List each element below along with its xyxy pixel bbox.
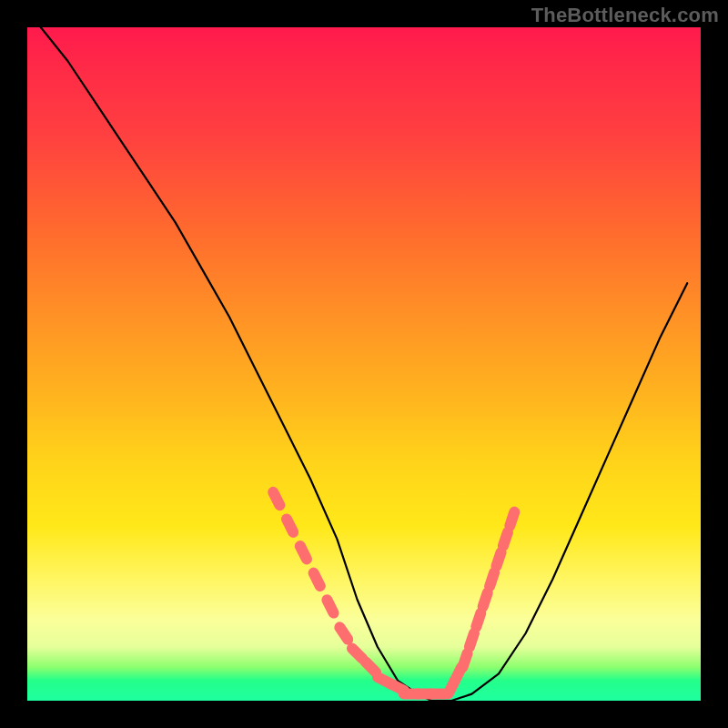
overlay-dot [462, 653, 467, 667]
overlay-dot [300, 546, 307, 559]
overlay-dot [327, 600, 333, 612]
overlay-dot [503, 532, 508, 546]
overlay-dot [378, 677, 390, 683]
overlay-dot [483, 592, 488, 606]
overlay-dot [314, 573, 320, 586]
plot-area [27, 27, 701, 701]
overlay-dot [496, 552, 500, 566]
overlay-dot [391, 684, 404, 691]
overlay-dot [339, 627, 348, 639]
overlay-dot [470, 633, 474, 647]
overlay-dot [273, 492, 279, 505]
overlay-dot [476, 613, 480, 627]
curve-path [41, 27, 687, 701]
overlay-dot [449, 681, 455, 693]
overlay-dot [287, 519, 293, 531]
overlay-dot [352, 649, 362, 659]
chart-frame: TheBottleneck.com [0, 0, 728, 728]
overlay-dot [510, 512, 514, 526]
overlay-dot [490, 572, 494, 586]
overlay-dot [455, 667, 461, 680]
watermark-text: TheBottleneck.com [531, 4, 719, 27]
chart-svg [27, 27, 701, 701]
overlay-dot [366, 662, 376, 672]
